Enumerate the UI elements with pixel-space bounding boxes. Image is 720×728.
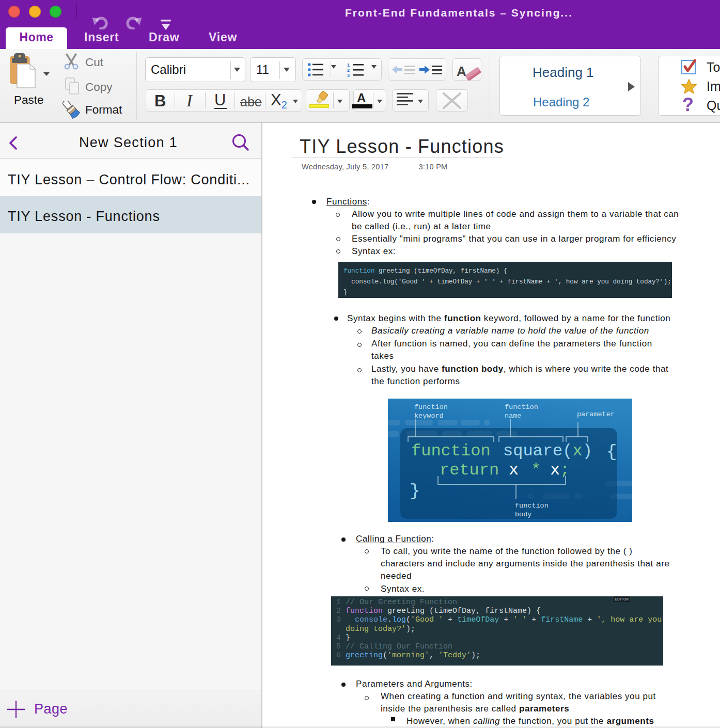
svg-text:keyword: keyword xyxy=(414,412,444,420)
svg-text:function: function xyxy=(515,502,549,510)
svg-text:;: ; xyxy=(560,461,570,480)
svg-text:}: } xyxy=(410,481,420,501)
svg-text:parameter: parameter xyxy=(577,410,615,418)
svg-text:return: return xyxy=(440,461,499,480)
svg-text:name: name xyxy=(505,412,521,420)
svg-text:3: 3 xyxy=(347,73,350,77)
svg-text:{: { xyxy=(606,442,617,462)
svg-text:square(x): square(x) xyxy=(503,441,592,461)
svg-text:function: function xyxy=(505,403,538,411)
svg-text:2: 2 xyxy=(347,68,350,73)
svg-text:x: x xyxy=(509,461,519,480)
svg-text:function: function xyxy=(414,403,448,411)
svg-text:1: 1 xyxy=(347,62,350,68)
svg-text:*: * xyxy=(531,461,541,480)
svg-text:body: body xyxy=(515,511,531,518)
svg-text:function: function xyxy=(411,441,491,461)
svg-text:x: x xyxy=(550,461,560,480)
